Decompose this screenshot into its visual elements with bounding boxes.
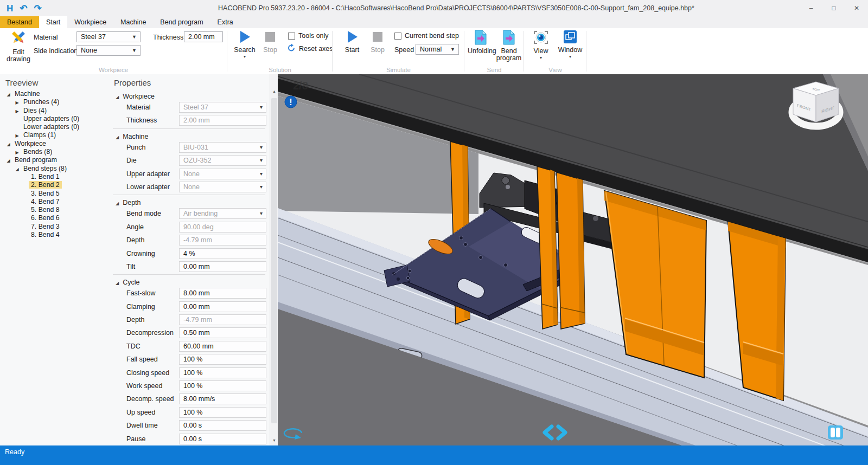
speed-dropdown[interactable]: Normal▼ xyxy=(416,44,459,55)
decomp-speed-field[interactable]: 8.00 mm/s xyxy=(179,393,266,404)
checkbox-icon[interactable] xyxy=(288,33,295,40)
property-row: Angle90.00 deg xyxy=(108,222,270,232)
windows-icon xyxy=(557,30,584,46)
document-arrow-icon xyxy=(495,30,523,47)
expander-icon[interactable] xyxy=(13,107,21,115)
tree-item-bend-step-5[interactable]: 5. Bend 8 xyxy=(0,206,108,214)
start-simulation-button[interactable]: Start xyxy=(341,30,363,54)
minimize-button[interactable]: – xyxy=(800,0,822,16)
expander-icon[interactable] xyxy=(4,91,12,99)
tree-item-bend-step-7[interactable]: 7. Bend 3 xyxy=(0,223,108,231)
tree-item-dies[interactable]: Dies (4) xyxy=(0,107,108,115)
tree-item-workpiece[interactable]: Workpiece xyxy=(0,140,108,148)
menu-tab-extra[interactable]: Extra xyxy=(210,16,240,28)
save-icon[interactable]: H xyxy=(7,4,13,13)
expander-icon[interactable] xyxy=(13,99,21,107)
tree-item-bends[interactable]: Bends (8) xyxy=(0,148,108,156)
property-row: Decompression0.50 mm xyxy=(108,327,270,338)
pedal-icon[interactable] xyxy=(828,425,843,440)
undo-icon[interactable]: ↶ xyxy=(20,4,27,13)
tilt-field[interactable]: 0.00 mm xyxy=(179,261,266,272)
expander-icon[interactable] xyxy=(4,140,12,148)
tree-item-machine[interactable]: Machine xyxy=(0,90,108,98)
cycle-depth-field: -4.79 mm xyxy=(179,314,266,325)
tree-item-punches[interactable]: Punches (4) xyxy=(0,98,108,106)
menu-tab-machine[interactable]: Machine xyxy=(113,16,153,28)
send-bend-program-button[interactable]: Bend program xyxy=(495,30,523,62)
closing-speed-field[interactable]: 100 % xyxy=(179,367,266,378)
menu-tab-start[interactable]: Start xyxy=(39,16,67,28)
work-speed-field[interactable]: 100 % xyxy=(179,380,266,391)
section-header-depth[interactable]: Depth xyxy=(108,197,270,208)
warning-icon[interactable]: ! xyxy=(285,96,297,108)
section-header-cycle[interactable]: Cycle xyxy=(108,277,270,288)
tree-item-bend-step-1[interactable]: 1. Bend 1 xyxy=(0,173,108,181)
punch-tool[interactable] xyxy=(537,166,585,329)
side-indication-dropdown[interactable]: None▼ xyxy=(76,45,141,56)
crowning-field[interactable]: 4 % xyxy=(179,248,266,259)
decompression-field[interactable]: 0.50 mm xyxy=(179,327,266,338)
material-dropdown[interactable]: Steel 37▼ xyxy=(76,31,141,42)
expander-icon[interactable] xyxy=(13,148,21,157)
send-unfolding-button[interactable]: Unfolding xyxy=(468,30,494,55)
scrollbar-thumb[interactable] xyxy=(271,98,277,423)
tdc-field[interactable]: 60.00 mm xyxy=(179,341,266,352)
edit-drawing-button[interactable]: Edit drawing xyxy=(4,30,33,63)
property-row: Thickness2.00 mm xyxy=(108,115,270,126)
search-solution-button[interactable]: Search ▾ xyxy=(232,30,257,59)
menu-tab-bestand[interactable]: Bestand xyxy=(0,16,39,28)
view-button[interactable]: View ▾ xyxy=(529,30,552,60)
tree-item-bend-step-4[interactable]: 4. Bend 7 xyxy=(0,198,108,206)
expander-icon[interactable] xyxy=(4,157,12,165)
maximize-button[interactable]: □ xyxy=(822,0,845,16)
reset-axes-button[interactable]: Reset axes xyxy=(287,43,333,54)
dwell-time-field[interactable]: 0.00 s xyxy=(179,420,266,431)
thickness-field[interactable]: 2.00 mm xyxy=(184,31,223,42)
window-button[interactable]: Window ▾ xyxy=(557,30,584,59)
angle-field: 90.00 deg xyxy=(179,222,266,232)
property-row: Pause0.00 s xyxy=(108,434,270,444)
chevron-down-icon: ▼ xyxy=(450,44,455,55)
section-header-machine[interactable]: Machine xyxy=(108,131,270,142)
tree-item-bend-step-6[interactable]: 6. Bend 6 xyxy=(0,214,108,222)
property-row: PunchBIU-031 xyxy=(108,142,270,153)
redo-icon[interactable]: ↷ xyxy=(34,4,42,13)
properties-scrollbar[interactable]: ▲ ▼ xyxy=(270,74,278,445)
expander-icon[interactable] xyxy=(13,132,21,140)
properties-title: Properties xyxy=(108,74,270,90)
tree-item-upper-adapters[interactable]: Upper adapters (0) xyxy=(0,115,108,123)
expander-icon[interactable] xyxy=(13,165,21,173)
tree-item-bend-steps[interactable]: Bend steps (8) xyxy=(0,165,108,173)
property-row: Tilt0.00 mm xyxy=(108,261,270,272)
stop-solution-button: Stop xyxy=(259,30,281,54)
tree-item-lower-adapters[interactable]: Lower adapters (0) xyxy=(0,123,108,131)
chevron-down-icon: ▾ xyxy=(557,54,584,59)
punch-dropdown: BIU-031 xyxy=(179,142,266,153)
view-cube[interactable]: TOP FRONT RIGHT xyxy=(792,82,840,126)
tree-item-clamps[interactable]: Clamps (1) xyxy=(0,131,108,139)
hacobend-pro-window: H ↶ ↷ HACOBEND Pro 5937.23.20 - 86004 - … xyxy=(0,0,868,465)
property-row: Depth-4.79 mm xyxy=(108,314,270,325)
current-bend-step-checkbox-row[interactable]: Current bend step xyxy=(394,32,459,40)
pause-field[interactable]: 0.00 s xyxy=(179,434,266,444)
fall-speed-field[interactable]: 100 % xyxy=(179,354,266,365)
close-button[interactable]: ✕ xyxy=(845,0,868,16)
scroll-up-icon[interactable]: ▲ xyxy=(270,87,278,95)
clamping-field[interactable]: 0.00 mm xyxy=(179,301,266,312)
menu-tab-workpiece[interactable]: Workpiece xyxy=(67,16,113,28)
chevron-down-icon: ▼ xyxy=(132,46,137,56)
scroll-down-icon[interactable]: ▼ xyxy=(270,436,278,444)
tree-item-bend-step-2-selected[interactable]: 2. Bend 2 xyxy=(0,181,108,189)
tree-item-bend-program[interactable]: Bend program xyxy=(0,156,108,164)
fast-slow-field[interactable]: 8.00 mm xyxy=(179,288,266,299)
menu-tab-bend-program[interactable]: Bend program xyxy=(153,16,210,28)
tree-item-bend-step-8[interactable]: 8. Bend 4 xyxy=(0,231,108,239)
3d-viewport[interactable]: 2/8 ! TOP FRONT RIGHT xyxy=(278,74,868,445)
section-header-workpiece[interactable]: Workpiece xyxy=(108,91,270,102)
tree-item-bend-step-3[interactable]: 3. Bend 5 xyxy=(0,190,108,198)
bend-mode-dropdown: Air bending xyxy=(179,208,266,219)
up-speed-field[interactable]: 100 % xyxy=(179,407,266,418)
checkbox-icon[interactable] xyxy=(394,33,401,40)
status-bar: Ready xyxy=(0,445,868,465)
tools-only-checkbox-row[interactable]: Tools only xyxy=(288,32,329,40)
